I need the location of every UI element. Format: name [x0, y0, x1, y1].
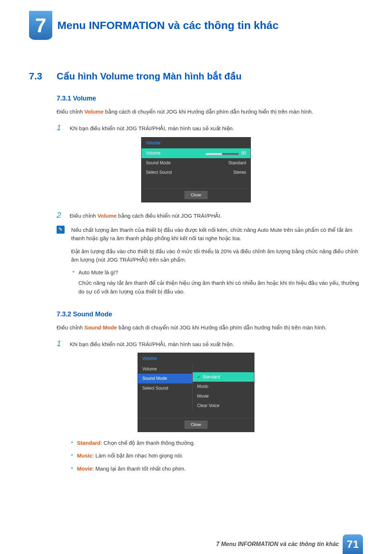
osd-option-standard: Standard	[193, 372, 254, 382]
bullet-answer: Chức năng này tắt âm thanh để cải thiện …	[78, 279, 363, 296]
volume-highlight: Volume	[97, 213, 117, 219]
note-paragraph: Nếu chất lượng âm thanh của thiết bị đầu…	[71, 226, 363, 243]
osd-label: Volume	[142, 366, 157, 373]
soundmode-options-list: Standard: Chọn chế độ âm thanh thông thư…	[70, 439, 363, 473]
mode-desc: : Mang lại âm thanh tốt nhất cho phim.	[93, 465, 186, 472]
mode-movie: Movie: Mang lại âm thanh tốt nhất cho ph…	[70, 464, 363, 473]
osd-title: Volume	[142, 138, 250, 149]
chapter-header: 7 Menu INFORMATION và các thông tin khác	[29, 11, 363, 40]
mode-desc: : Làm nổi bật âm nhạc hơn giọng nói.	[93, 452, 183, 459]
osd-left-volume: Volume	[138, 364, 192, 374]
note-bullet: Auto Mute là gì? Chức năng này tắt âm th…	[71, 268, 363, 296]
section-number: 7.3	[29, 69, 49, 83]
text: Điều chỉnh	[57, 108, 84, 115]
section-title: Cấu hình Volume trong Màn hình bắt đầu	[57, 69, 242, 83]
osd-value: Stereo	[233, 169, 246, 176]
osd-option-music: Music	[193, 382, 254, 391]
chapter-title: Menu INFORMATION và các thông tin khác	[57, 17, 279, 34]
note-paragraph: Đặt âm lượng đầu vào cho thiết bị đầu và…	[71, 247, 363, 264]
osd-label: Select Sound	[146, 169, 172, 176]
osd-volume-panel: Volume Volume 50 Sound Mode Standard Sel…	[141, 137, 251, 202]
text: bằng cách di chuyển nút JOG khi Hướng dẫ…	[103, 108, 313, 115]
text: Điều chỉnh	[57, 324, 84, 331]
osd-close-row: Close	[142, 188, 250, 202]
osd-soundmode-panel: Volume Volume Sound Mode Select Sound St…	[138, 353, 254, 432]
note-block: ✎ Nếu chất lượng âm thanh của thiết bị đ…	[57, 226, 363, 299]
chapter-number-badge: 7	[29, 11, 52, 40]
osd-row-soundmode: Sound Mode Standard	[142, 158, 250, 168]
mode-label: Standard	[77, 440, 101, 446]
step-2-row: 2 Điều chỉnh Volume bằng cách điều khiển…	[57, 209, 363, 221]
step-text: Khi bạn điều khiển nút JOG TRÁI/PHẢI, mà…	[70, 124, 234, 132]
section-heading: 7.3 Cấu hình Volume trong Màn hình bắt đ…	[29, 69, 363, 83]
page-footer: 7 Menu INFORMATION và các thông tin khác…	[216, 534, 363, 554]
step-text: Khi bạn điều khiển nút JOG TRÁI/PHẢI, mà…	[70, 340, 234, 348]
osd-label: Sound Mode	[146, 160, 171, 167]
step-text: Điều chỉnh Volume bằng cách điều khiển n…	[70, 212, 222, 220]
step-1-row: 1 Khi bạn điều khiển nút JOG TRÁI/PHẢI, …	[57, 122, 363, 134]
osd-option-clearvoice: Clear Voice	[193, 401, 254, 411]
osd-label: Select Sound	[142, 385, 168, 392]
text: Điều chỉnh	[70, 213, 97, 219]
osd-row-selectsound: Select Sound Stereo	[142, 168, 250, 177]
osd-left-selectsound: Select Sound	[138, 383, 192, 393]
note-icon: ✎	[57, 226, 65, 234]
mode-label: Music	[77, 452, 93, 459]
osd-label: Volume	[146, 150, 160, 157]
soundmode-intro: Điều chỉnh Sound Mode bằng cách di chuyể…	[57, 323, 363, 332]
osd-close-button: Close	[184, 420, 208, 429]
soundmode-step1-row: 1 Khi bạn điều khiển nút JOG TRÁI/PHẢI, …	[57, 337, 363, 350]
bullet-question: Auto Mute là gì?	[78, 268, 363, 276]
osd-title: Volume	[138, 353, 254, 364]
subsection-soundmode-heading: 7.3.2 Sound Mode	[57, 309, 363, 320]
soundmode-highlight: Sound Mode	[84, 324, 117, 331]
footer-page-number: 71	[343, 534, 363, 554]
step-number: 2	[57, 209, 63, 221]
volume-highlight: Volume	[84, 108, 103, 115]
mode-label: Movie	[77, 465, 93, 472]
volume-bar	[206, 153, 238, 155]
text: bằng cách di chuyển nút JOG khi Hướng dẫ…	[117, 324, 326, 331]
step-number: 1	[57, 122, 63, 134]
osd-option-movie: Movie	[193, 391, 254, 401]
osd-value: 50	[241, 150, 246, 157]
mode-desc: : Chọn chế độ âm thanh thông thường.	[101, 440, 195, 446]
footer-text: 7 Menu INFORMATION và các thông tin khác	[216, 540, 343, 549]
subsection-volume-heading: 7.3.1 Volume	[57, 94, 363, 104]
step-number: 1	[57, 337, 63, 350]
osd-close-button: Close	[184, 191, 208, 199]
osd-value: Standard	[228, 160, 246, 167]
volume-intro: Điều chỉnh Volume bằng cách di chuyển nú…	[57, 107, 363, 116]
osd-row-volume: Volume 50	[142, 148, 250, 158]
mode-standard: Standard: Chọn chế độ âm thanh thông thư…	[70, 439, 363, 447]
osd-left-soundmode: Sound Mode	[138, 374, 192, 383]
mode-music: Music: Làm nổi bật âm nhạc hơn giọng nói…	[70, 451, 363, 460]
osd-close-row: Close	[138, 418, 254, 432]
osd-label: Sound Mode	[142, 375, 167, 382]
text: bằng cách điều khiển nút JOG TRÁI/PHẢI.	[117, 213, 221, 219]
